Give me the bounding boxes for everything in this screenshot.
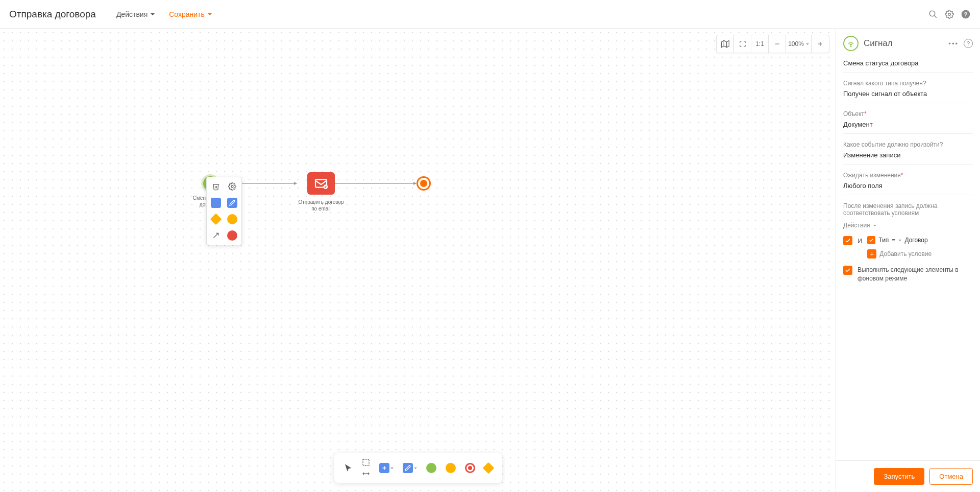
conditions-label: После изменения запись должна соответств… xyxy=(843,202,973,217)
add-task-tool[interactable] xyxy=(379,463,394,473)
svg-line-15 xyxy=(213,233,218,238)
panel-header: Сигнал ••• ? xyxy=(843,36,973,51)
pointer-tool[interactable] xyxy=(344,463,353,473)
gateway-element-button[interactable] xyxy=(210,213,222,225)
add-end-event-tool[interactable] xyxy=(465,463,475,473)
group-checkbox[interactable] xyxy=(843,236,852,245)
svg-point-14 xyxy=(231,185,233,188)
object-value: Документ xyxy=(843,121,973,128)
email-node-label: Отправить договор по email xyxy=(298,199,344,212)
zoom-out-button[interactable] xyxy=(769,35,786,53)
condition-op: = xyxy=(892,237,895,244)
wait-field[interactable]: Ожидать изменения* Любого поля xyxy=(843,172,973,195)
search-icon[interactable] xyxy=(928,9,938,19)
lasso-tool[interactable] xyxy=(362,458,370,466)
minimap-button[interactable] xyxy=(717,35,734,53)
background-checkbox[interactable] xyxy=(843,266,852,275)
add-gateway-tool[interactable] xyxy=(484,464,493,472)
conditions-section: После изменения запись должна соответств… xyxy=(843,202,973,288)
chevron-down-icon xyxy=(208,13,212,15)
and-operator-label[interactable]: И xyxy=(857,237,862,245)
svg-line-1 xyxy=(934,15,937,18)
name-value: Смена статуса договора xyxy=(843,59,973,67)
svg-text:?: ? xyxy=(964,11,967,17)
canvas-container: 1:1 100% Смена статуса xyxy=(0,29,836,492)
row-checkbox[interactable] xyxy=(867,236,875,244)
save-menu[interactable]: Сохранить xyxy=(169,10,212,18)
wait-value: Любого поля xyxy=(843,182,973,190)
zoom-reset-button[interactable]: 1:1 xyxy=(751,35,769,53)
signal-icon xyxy=(843,36,859,51)
svg-point-0 xyxy=(929,11,935,16)
intermediate-event-button[interactable] xyxy=(226,213,238,225)
condition-value: Договор xyxy=(904,237,927,244)
run-button[interactable]: Запустить xyxy=(874,468,924,485)
chevron-down-icon xyxy=(806,43,809,45)
canvas-toolbar: 1:1 100% xyxy=(716,35,829,53)
wait-label: Ожидать изменения* xyxy=(843,172,973,179)
main-layout: 1:1 100% Смена статуса xyxy=(0,29,980,492)
end-node[interactable] xyxy=(416,176,431,191)
actions-menu[interactable]: Действия xyxy=(116,10,155,18)
chevron-down-icon xyxy=(873,225,876,226)
svg-point-2 xyxy=(948,13,951,15)
conditions-actions-label: Действия xyxy=(843,222,870,229)
add-icon: + xyxy=(867,249,876,259)
header-icons: ? xyxy=(928,9,971,19)
chevron-down-icon xyxy=(390,467,394,469)
chevron-down-icon xyxy=(151,13,155,15)
app-header: Отправка договора Действия Сохранить ? xyxy=(0,0,980,29)
task-element-button[interactable] xyxy=(210,197,222,209)
email-icon xyxy=(307,172,335,195)
fullscreen-button[interactable] xyxy=(734,35,751,53)
cancel-button[interactable]: Отмена xyxy=(929,468,973,485)
lasso-move-group xyxy=(362,458,370,478)
panel-footer: Запустить Отмена xyxy=(836,460,980,492)
zoom-level-label: 100% xyxy=(788,40,804,48)
event-label: Какое событие должно произойти? xyxy=(843,141,973,148)
condition-group: И Тип = Договор + Добавить условие xyxy=(843,236,973,259)
condition-rows: Тип = Договор + Добавить условие xyxy=(867,236,973,259)
zoom-in-button[interactable] xyxy=(812,35,829,53)
signal-type-field[interactable]: Сигнал какого типа получен? Получен сигн… xyxy=(843,80,973,103)
condition-row[interactable]: Тип = Договор xyxy=(867,236,973,244)
connect-arrow-button[interactable] xyxy=(210,229,222,242)
object-label: Объект* xyxy=(843,110,973,118)
zoom-level-dropdown[interactable]: 100% xyxy=(786,35,812,53)
end-event-button[interactable] xyxy=(226,229,238,242)
panel-title: Сигнал xyxy=(864,38,943,49)
save-menu-label: Сохранить xyxy=(169,10,205,18)
node-context-menu xyxy=(206,177,242,245)
gear-icon[interactable] xyxy=(944,9,954,19)
event-value: Изменение записи xyxy=(843,151,973,159)
conditions-actions-menu[interactable]: Действия xyxy=(843,222,973,229)
help-icon[interactable]: ? xyxy=(961,9,971,19)
help-button[interactable]: ? xyxy=(964,39,973,48)
background-label: Выполнять следующие элементы в фоновом р… xyxy=(857,266,973,283)
add-condition-row[interactable]: + Добавить условие xyxy=(867,249,973,259)
canvas[interactable]: 1:1 100% Смена статуса xyxy=(0,29,836,492)
add-start-event-tool[interactable] xyxy=(426,463,436,473)
add-intermediate-event-tool[interactable] xyxy=(446,463,456,473)
add-action-tool[interactable] xyxy=(403,463,417,473)
actions-menu-label: Действия xyxy=(116,10,148,18)
signal-type-value: Получен сигнал от объекта xyxy=(843,90,973,98)
svg-rect-18 xyxy=(363,459,369,465)
add-condition-label: Добавить условие xyxy=(879,250,932,257)
move-tool[interactable] xyxy=(362,470,370,478)
edit-element-button[interactable] xyxy=(226,197,238,209)
more-menu-button[interactable]: ••• xyxy=(948,40,959,48)
condition-field: Тип xyxy=(878,237,889,244)
svg-marker-5 xyxy=(721,40,729,47)
settings-button[interactable] xyxy=(226,180,238,193)
delete-button[interactable] xyxy=(210,180,222,193)
email-node[interactable]: Отправить договор по email xyxy=(298,172,344,212)
signal-type-label: Сигнал какого типа получен? xyxy=(843,80,973,87)
header-menu: Действия Сохранить xyxy=(116,10,212,18)
event-field[interactable]: Какое событие должно произойти? Изменени… xyxy=(843,141,973,165)
name-field[interactable]: Смена статуса договора xyxy=(843,59,973,73)
element-toolbox xyxy=(334,453,502,483)
object-field[interactable]: Объект* Документ xyxy=(843,110,973,134)
end-event-icon xyxy=(416,176,431,191)
background-checkbox-row[interactable]: Выполнять следующие элементы в фоновом р… xyxy=(843,266,973,283)
